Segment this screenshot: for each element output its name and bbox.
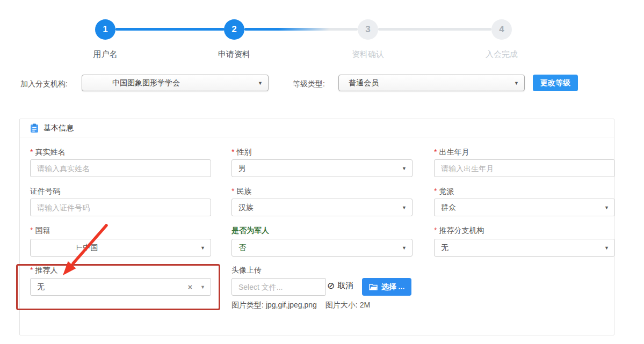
referrer-label: *推荐人 [30,266,57,275]
cancel-upload-button[interactable]: ⊘ 取消 [327,280,353,291]
basic-info-header: 基本信息 [20,119,614,137]
nationality-label: *国籍 [30,226,50,236]
gender-select[interactable]: 男 ▼ [231,159,413,177]
folder-icon [369,283,378,290]
basic-info-panel: 基本信息 *真实姓名 *性别 男 ▼ *出生年月 证件号码 *民族 汉族 ▼ *… [19,119,614,335]
birth-date-label: *出生年月 [434,148,469,157]
nationality-select[interactable]: ⊢中国 ▼ [30,239,211,257]
step-connector-1-2 [115,28,225,31]
is-military-select[interactable]: 否 ▼ [231,239,413,257]
step-2-circle: 2 [224,19,244,40]
level-type-select-value: 普通会员 [339,78,524,88]
step-4-circle: 4 [491,19,512,40]
level-type-label: 等级类型: [293,79,325,89]
party-select[interactable]: 群众 ▼ [434,199,615,216]
note-size-value: 2M [360,301,370,309]
step-4-label: 入会完成 [464,49,539,60]
cancel-button-label: 取消 [337,281,353,291]
chevron-down-icon: ▼ [514,80,519,86]
branch-label: 加入分支机构: [20,79,68,89]
gender-select-value: 男 [238,164,246,173]
clipboard-icon [30,123,39,133]
chevron-down-icon: ▼ [200,245,205,251]
membership-application-page: 1 2 3 4 用户名 申请资料 资料确认 入会完成 加入分支机构: 中国图象图… [0,0,644,344]
chevron-down-icon: ▼ [258,80,263,86]
step-3-circle: 3 [358,19,378,40]
ethnicity-select[interactable]: 汉族 ▼ [231,199,413,216]
change-level-button[interactable]: 更改等级 [533,75,578,91]
avatar-file-input[interactable] [231,278,326,296]
recommend-branch-select[interactable]: 无 ▼ [434,239,615,257]
id-number-input[interactable] [30,199,211,216]
id-number-label: 证件号码 [30,187,60,196]
chevron-down-icon: ▼ [402,245,407,251]
recommend-branch-label: *推荐分支机构 [434,226,484,236]
step-3-label: 资料确认 [330,49,406,60]
birth-date-input[interactable] [434,159,615,177]
party-label: *党派 [434,187,454,196]
note-type-value: jpg,gif,jpeg,png [266,301,317,309]
real-name-input[interactable] [30,159,211,177]
chevron-down-icon: ▼ [604,245,609,251]
referrer-select-value: 无 [37,282,45,292]
chevron-down-icon: ▼ [604,205,609,210]
nationality-select-value: ⊢中国 [37,243,98,253]
branch-select-value: 中国图象图形学学会 [82,78,268,88]
step-1-label: 用户名 [68,49,143,60]
note-size-label: 图片大小: [325,301,358,309]
ethnicity-select-value: 汉族 [238,203,254,213]
step-2-label: 申请资料 [197,49,272,60]
chevron-down-icon: ▼ [200,284,205,290]
step-connector-2-3 [244,28,358,31]
party-select-value: 群众 [441,203,456,213]
level-type-select[interactable]: 普通会员 ▼ [338,75,525,91]
clear-icon[interactable]: × [188,283,192,291]
is-military-select-value: 否 [238,243,246,253]
choose-button-label: 选择 ... [381,282,405,292]
step-connector-3-4 [378,28,491,31]
cancel-icon: ⊘ [327,280,335,291]
panel-title: 基本信息 [44,123,74,133]
is-military-label: 是否为军人 [231,226,269,236]
branch-select[interactable]: 中国图象图形学学会 ▼ [82,75,269,91]
choose-file-button[interactable]: 选择 ... [362,278,411,296]
ethnicity-label: *民族 [231,187,251,196]
chevron-down-icon: ▼ [402,166,407,171]
recommend-branch-select-value: 无 [441,243,448,253]
referrer-select[interactable]: 无 × ▼ [30,278,211,296]
upload-note: 图片类型:jpg,gif,jpeg,png图片大小:2M [231,301,372,310]
chevron-down-icon: ▼ [402,205,407,210]
gender-label: *性别 [231,148,251,157]
avatar-upload-label: 头像上传 [231,266,262,275]
step-1-circle: 1 [95,19,115,40]
note-type-label: 图片类型: [231,301,264,309]
real-name-label: *真实姓名 [30,148,65,157]
